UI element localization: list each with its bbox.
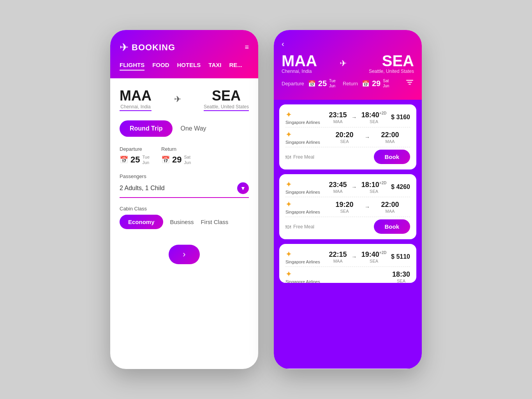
- return-date-value: 📅 29 Sat Jun: [161, 154, 191, 166]
- arrive-time-value-1: 18:40+2D: [361, 111, 387, 119]
- hamburger-icon[interactable]: ≡: [245, 43, 249, 51]
- business-button[interactable]: Business: [170, 219, 194, 225]
- left-phone: ✈ BOOKING ≡ FLIGHTS FOOD HOTELS TAXI RE.…: [110, 30, 258, 369]
- departure-label: Departure: [120, 146, 150, 152]
- arrive-time-1: 18:40+2D SEA: [361, 111, 387, 124]
- round-trip-button[interactable]: Round Trip: [120, 120, 173, 137]
- passengers-label: Passengers: [120, 173, 249, 179]
- meal-text-2: Free Meal: [293, 224, 314, 230]
- next-button[interactable]: ›: [169, 245, 200, 264]
- return-arrive-time-1: 22:00 MAA: [381, 131, 399, 144]
- airline-name-1: Singapore Airlines: [285, 120, 320, 125]
- passengers-input[interactable]: 2 Adults, 1 Child ▼: [120, 182, 249, 198]
- one-way-button[interactable]: One Way: [180, 125, 206, 132]
- card-bottom-1: 🍽 Free Meal Book: [285, 150, 410, 164]
- return-depart-time-value-1: 20:20: [335, 131, 353, 139]
- nav-tab-flights[interactable]: FLIGHTS: [120, 62, 144, 71]
- return-depart-time-3: 18:30 SEA: [392, 270, 410, 283]
- right-departure-cal-icon: 📅: [308, 80, 316, 87]
- return-arrive-airport-1: MAA: [381, 139, 399, 144]
- from-name: Chennai, India: [120, 104, 151, 111]
- arrive-time-value-2: 18:10+2D: [361, 181, 387, 189]
- card-divider-2a: [285, 197, 410, 197]
- first-class-button[interactable]: First Class: [201, 219, 228, 225]
- return-date-group: Return 📅 29 Sat Jun: [161, 146, 191, 166]
- flight-segment-1-return: ✦ Singapore Airlines 20:20 SEA → 22:00 M…: [285, 130, 410, 145]
- card-divider-1b: [285, 147, 410, 147]
- flight-segment-1-outbound: ✦ Singapore Airlines 23:15 MAA → 18:40+2…: [285, 110, 410, 125]
- right-return-dm: Sat Jun: [383, 78, 389, 88]
- nav-tab-hotels[interactable]: HOTELS: [177, 62, 201, 71]
- departure-daymonth: Tue Jun: [142, 154, 150, 166]
- return-daymonth: Sat Jun: [184, 154, 191, 166]
- return-arrive-airport-2: MAA: [381, 209, 399, 214]
- return-arrow-icon-1: →: [365, 134, 370, 140]
- return-depart-time-value-2: 19:20: [335, 201, 353, 209]
- right-route-header: MAA Chennai, India ✈ SEA Seattle, United…: [282, 53, 414, 74]
- return-depart-airport-3: SEA: [392, 279, 410, 283]
- passengers-value: 2 Adults, 1 Child: [120, 185, 165, 192]
- airline-name-3: Singapore Airlines: [285, 260, 320, 264]
- book-button-1[interactable]: Book: [374, 150, 410, 164]
- return-day: 29: [172, 155, 181, 165]
- return-arrive-value-1: 22:00: [381, 131, 399, 139]
- passengers-dropdown-button[interactable]: ▼: [237, 182, 249, 194]
- nav-tab-more[interactable]: RE...: [229, 62, 242, 71]
- return-airline-name-2: Singapore Airlines: [285, 210, 320, 214]
- depart-airport-1: MAA: [329, 119, 347, 124]
- right-return-day: 29: [372, 79, 381, 88]
- segment-arrow-icon-2: →: [351, 184, 357, 190]
- arrive-time-3: 19:40+2D SEA: [361, 251, 387, 263]
- card-divider-2b: [285, 217, 410, 217]
- airline-logo-icon-2: ✦: [285, 180, 292, 189]
- right-from-code: MAA: [282, 53, 317, 69]
- card-divider-1a: [285, 127, 410, 127]
- return-label: Return: [161, 146, 191, 152]
- arrive-time-value-3: 19:40+2D: [361, 251, 387, 259]
- depart-time-2: 23:45 MAA: [329, 181, 347, 194]
- next-button-row: ›: [120, 245, 249, 264]
- nav-tab-taxi[interactable]: TAXI: [208, 62, 221, 71]
- logo-text: BOOKING: [132, 42, 175, 53]
- depart-airport-3: MAA: [329, 259, 347, 263]
- flight-segment-2-return: ✦ Singapore Airlines 19:20 SEA → 22:00 M…: [285, 200, 410, 214]
- right-header: ‹ MAA Chennai, India ✈ SEA Seattle, Unit…: [274, 30, 422, 100]
- cabin-class-section: Cabin Class Economy Business First Class: [120, 206, 249, 229]
- flight-card-2: ✦ Singapore Airlines 23:45 MAA → 18:10+2…: [279, 174, 416, 239]
- right-phone: ‹ MAA Chennai, India ✈ SEA Seattle, Unit…: [274, 30, 422, 369]
- return-airline-name-3: Singapore Airlines: [285, 279, 320, 283]
- arrive-airport-2: SEA: [361, 189, 387, 194]
- price-2: $ 4260: [391, 184, 410, 191]
- from-code: MAA: [120, 88, 151, 104]
- right-from-name: Chennai, India: [282, 69, 317, 74]
- logo-area: ✈ BOOKING: [120, 41, 175, 54]
- depart-airport-2: MAA: [329, 189, 347, 194]
- trip-type-row: Round Trip One Way: [120, 120, 249, 137]
- book-button-2[interactable]: Book: [374, 219, 410, 234]
- route-display: MAA Chennai, India ✈ SEA Seattle, United…: [120, 88, 249, 111]
- flight-segment-3-return: ✦ Singapore Airlines 18:30 SEA: [285, 269, 410, 283]
- right-route-arrow-icon: ✈: [340, 58, 347, 69]
- back-button[interactable]: ‹: [282, 39, 414, 48]
- return-arrive-value-2: 22:00: [381, 201, 399, 209]
- right-date-filter-row: Departure 📅 25 Tue Jun Return 📅 29 Sat J…: [282, 78, 414, 89]
- flight-segment-2-outbound: ✦ Singapore Airlines 23:45 MAA → 18:10+2…: [285, 180, 410, 194]
- airline-logo-icon-3: ✦: [285, 249, 292, 259]
- from-city: MAA Chennai, India: [120, 88, 151, 111]
- meal-icon-1: 🍽: [285, 154, 291, 160]
- filter-button[interactable]: [405, 78, 414, 89]
- price-3: $ 5110: [391, 253, 410, 260]
- meal-text-1: Free Meal: [293, 154, 314, 160]
- return-arrive-time-2: 22:00 MAA: [381, 201, 399, 214]
- return-airline-name-1: Singapore Airlines: [285, 140, 320, 145]
- departure-calendar-icon: 📅: [120, 155, 128, 164]
- economy-button[interactable]: Economy: [120, 215, 163, 229]
- plane-logo-icon: ✈: [120, 41, 129, 54]
- price-1: $ 3160: [391, 114, 410, 121]
- card-divider-3a: [285, 267, 410, 267]
- return-arrow-icon-2: →: [365, 204, 370, 210]
- nav-tab-food[interactable]: FOOD: [152, 62, 169, 71]
- depart-time-value-1: 23:15: [329, 111, 347, 119]
- flight-card-3: ✦ Singapore Airlines 22:15 MAA → 19:40+2…: [279, 244, 416, 283]
- return-airline-info-1: ✦ Singapore Airlines: [285, 130, 324, 145]
